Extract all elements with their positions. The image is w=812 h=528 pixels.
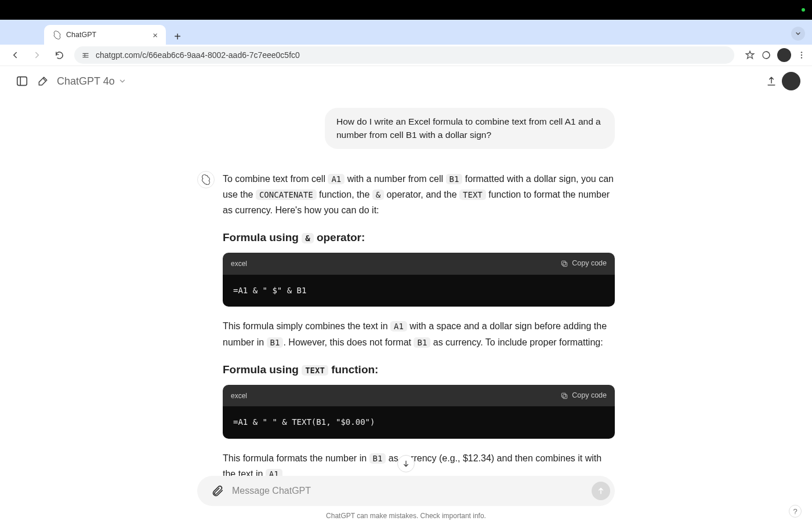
code-inline: B1 <box>446 174 463 184</box>
copy-code-button[interactable]: Copy code <box>560 389 607 402</box>
text: as currency. To include proper formattin… <box>430 337 603 347</box>
paperclip-icon <box>211 485 224 497</box>
circle-icon <box>761 50 771 60</box>
chatgpt-favicon-icon <box>52 30 61 39</box>
text: . <box>282 469 285 476</box>
sidebar-icon <box>16 75 28 88</box>
app-header: ChatGPT 4o <box>0 66 812 96</box>
text: Formula using <box>223 231 302 243</box>
conversation: How do I write an Excel formula to combi… <box>197 96 615 476</box>
code-body: =A1 & " " & TEXT(B1, "$0.00") <box>223 406 615 439</box>
copy-icon <box>560 392 568 400</box>
window-titlebar <box>0 0 812 20</box>
scroll-to-bottom-button[interactable] <box>397 455 415 472</box>
new-chat-button[interactable] <box>32 71 53 92</box>
code-header: excel Copy code <box>223 253 615 274</box>
code-inline: B1 <box>414 337 430 348</box>
conversation-scroll[interactable]: How do I write an Excel formula to combi… <box>0 96 812 476</box>
message-placeholder: Message ChatGPT <box>227 486 592 496</box>
svg-rect-7 <box>562 261 566 265</box>
new-tab-button[interactable]: + <box>169 28 186 45</box>
copy-code-button[interactable]: Copy code <box>560 257 607 270</box>
user-message: How do I write an Excel formula to combi… <box>197 108 615 149</box>
browser-tabstrip: ChatGPT × + <box>0 20 812 45</box>
site-info-icon[interactable] <box>81 51 90 60</box>
code-block-1: excel Copy code =A1 & " $" & B1 <box>223 253 615 307</box>
forward-button[interactable] <box>28 46 46 64</box>
arrow-up-icon <box>596 486 606 496</box>
text: This formula formats the number in <box>223 453 369 463</box>
model-selector[interactable]: ChatGPT 4o <box>57 75 126 88</box>
code-inline: A1 <box>266 469 282 476</box>
text: with a number from cell <box>345 174 445 184</box>
user-avatar[interactable] <box>782 72 800 90</box>
copy-label: Copy code <box>572 389 607 402</box>
upload-icon <box>766 75 777 87</box>
toggle-sidebar-button[interactable] <box>12 71 32 92</box>
text: function: <box>328 363 379 376</box>
svg-point-2 <box>801 54 802 56</box>
chevron-down-icon <box>118 77 126 85</box>
explain-paragraph-2: This formula formats the number in B1 as… <box>223 450 615 476</box>
model-label: ChatGPT 4o <box>57 75 115 88</box>
text: function, the <box>317 190 372 199</box>
svg-rect-8 <box>563 394 567 398</box>
code-inline: A1 <box>328 174 345 184</box>
input-area: Message ChatGPT ChatGPT can make mistake… <box>0 476 812 528</box>
user-bubble: How do I write an Excel formula to combi… <box>325 108 615 149</box>
text: . However, this does not format <box>283 337 414 347</box>
reload-icon <box>55 50 64 60</box>
code-inline: & <box>372 190 384 200</box>
code-inline: B1 <box>267 337 284 348</box>
tab-title: ChatGPT <box>66 31 96 39</box>
bookmark-button[interactable] <box>745 50 755 60</box>
code-language: excel <box>231 390 247 402</box>
url-text: chatgpt.com/c/66eab6c6-9aa4-8002-aad6-7c… <box>96 50 300 60</box>
code-inline: TEXT <box>302 365 328 376</box>
arrow-down-icon <box>401 459 411 468</box>
assistant-message: To combine text from cell A1 with a numb… <box>197 171 615 476</box>
code-language: excel <box>231 258 247 270</box>
extension-button[interactable] <box>761 50 771 60</box>
chevron-down-icon <box>795 30 802 37</box>
text: operator, and the <box>384 190 459 199</box>
explain-paragraph-1: This formula simply combines the text in… <box>223 318 615 349</box>
tabs-dropdown-button[interactable] <box>791 27 805 41</box>
assistant-body: To combine text from cell A1 with a numb… <box>223 171 615 476</box>
star-icon <box>745 50 755 60</box>
share-button[interactable] <box>761 71 782 92</box>
back-button[interactable] <box>6 46 24 64</box>
svg-rect-4 <box>17 77 27 86</box>
code-header: excel Copy code <box>223 385 615 406</box>
text: This formula simply combines the text in <box>223 321 390 331</box>
code-inline: B1 <box>369 453 386 464</box>
edit-icon <box>37 75 49 87</box>
arrow-left-icon <box>10 50 20 60</box>
message-input[interactable]: Message ChatGPT <box>197 476 615 506</box>
attach-button[interactable] <box>208 481 227 501</box>
text: operator: <box>314 231 365 243</box>
url-bar[interactable]: chatgpt.com/c/66eab6c6-9aa4-8002-aad6-7c… <box>74 46 734 64</box>
help-button[interactable]: ? <box>789 505 802 518</box>
copy-icon <box>560 260 568 268</box>
svg-rect-9 <box>562 393 566 397</box>
section-heading-1: Formula using & operator: <box>223 228 615 247</box>
code-inline: & <box>302 233 313 243</box>
browser-toolbar: chatgpt.com/c/66eab6c6-9aa4-8002-aad6-7c… <box>0 45 812 66</box>
copy-label: Copy code <box>572 257 607 270</box>
browser-profile-avatar[interactable] <box>777 48 791 62</box>
arrow-right-icon <box>32 50 42 60</box>
send-button[interactable] <box>592 482 610 500</box>
svg-point-1 <box>801 52 802 53</box>
code-block-2: excel Copy code =A1 & " " & TEXT(B1, "$0… <box>223 385 615 439</box>
text: Formula using <box>223 363 302 376</box>
status-dot <box>802 8 805 12</box>
text: To combine text from cell <box>223 174 328 184</box>
section-heading-2: Formula using TEXT function: <box>223 361 615 379</box>
disclaimer-text: ChatGPT can make mistakes. Check importa… <box>326 512 486 520</box>
code-inline: TEXT <box>459 190 486 200</box>
browser-tab-active[interactable]: ChatGPT × <box>44 25 166 45</box>
close-tab-icon[interactable]: × <box>153 30 158 40</box>
browser-menu-button[interactable] <box>797 50 806 60</box>
reload-button[interactable] <box>50 46 68 64</box>
